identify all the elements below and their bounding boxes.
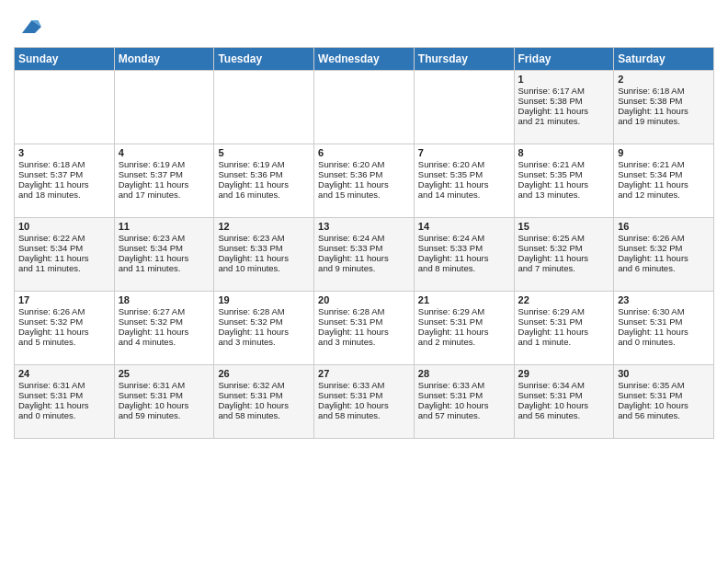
day-info: Daylight: 11 hours: [618, 253, 710, 263]
calendar-cell: 24Sunrise: 6:31 AMSunset: 5:31 PMDayligh…: [15, 365, 115, 439]
calendar-body: 1Sunrise: 6:17 AMSunset: 5:38 PMDaylight…: [15, 71, 714, 439]
day-number: 12: [218, 221, 310, 232]
day-info: Daylight: 11 hours: [418, 179, 510, 190]
day-info: and 14 minutes.: [418, 190, 510, 200]
calendar-cell: 16Sunrise: 6:26 AMSunset: 5:32 PMDayligh…: [614, 218, 714, 292]
week-row-3: 17Sunrise: 6:26 AMSunset: 5:32 PMDayligh…: [15, 292, 714, 365]
day-info: Sunrise: 6:18 AM: [618, 86, 710, 96]
day-number: 21: [418, 294, 510, 305]
day-info: Daylight: 11 hours: [218, 179, 310, 190]
day-number: 7: [418, 147, 510, 158]
header-day-monday: Monday: [114, 48, 214, 71]
day-info: and 0 minutes.: [18, 410, 110, 420]
day-info: Sunset: 5:38 PM: [518, 96, 610, 106]
day-info: Daylight: 11 hours: [218, 253, 310, 263]
day-info: Daylight: 11 hours: [618, 327, 710, 337]
day-info: and 16 minutes.: [218, 190, 310, 200]
day-number: 14: [418, 221, 510, 232]
day-info: Sunset: 5:31 PM: [618, 316, 710, 327]
day-info: Daylight: 11 hours: [119, 179, 210, 190]
calendar-cell: 5Sunrise: 6:19 AMSunset: 5:36 PMDaylight…: [214, 144, 314, 218]
day-info: and 11 minutes.: [119, 263, 210, 273]
header: [14, 9, 714, 40]
day-number: 27: [318, 368, 410, 379]
calendar-cell: 10Sunrise: 6:22 AMSunset: 5:34 PMDayligh…: [15, 218, 115, 292]
day-info: Sunset: 5:31 PM: [418, 390, 510, 400]
day-info: Daylight: 11 hours: [218, 327, 310, 337]
calendar-cell: 4Sunrise: 6:19 AMSunset: 5:37 PMDaylight…: [114, 144, 214, 218]
day-number: 26: [218, 368, 310, 379]
day-info: Sunset: 5:35 PM: [518, 169, 610, 179]
day-number: 10: [18, 221, 110, 232]
header-day-thursday: Thursday: [414, 48, 514, 71]
day-info: Daylight: 11 hours: [618, 179, 710, 190]
day-info: Sunrise: 6:25 AM: [518, 233, 610, 243]
day-info: and 1 minute.: [518, 337, 610, 347]
day-info: and 2 minutes.: [418, 337, 510, 347]
day-info: Sunset: 5:31 PM: [318, 390, 410, 400]
day-info: Daylight: 10 hours: [518, 400, 610, 410]
calendar-cell: 6Sunrise: 6:20 AMSunset: 5:36 PMDaylight…: [314, 144, 415, 218]
day-info: Sunrise: 6:30 AM: [618, 306, 710, 316]
day-info: Daylight: 11 hours: [518, 179, 610, 190]
week-row-0: 1Sunrise: 6:17 AMSunset: 5:38 PMDaylight…: [15, 71, 714, 144]
day-info: Sunset: 5:37 PM: [119, 169, 210, 179]
day-info: Daylight: 11 hours: [618, 106, 710, 116]
day-info: and 21 minutes.: [518, 116, 610, 126]
day-number: 15: [518, 221, 610, 232]
day-info: and 8 minutes.: [418, 263, 510, 273]
day-info: Sunrise: 6:18 AM: [18, 159, 110, 169]
calendar-cell: 8Sunrise: 6:21 AMSunset: 5:35 PMDaylight…: [514, 144, 614, 218]
day-info: Sunrise: 6:20 AM: [318, 159, 410, 169]
day-info: and 15 minutes.: [318, 190, 410, 200]
calendar-cell: 17Sunrise: 6:26 AMSunset: 5:32 PMDayligh…: [15, 292, 115, 365]
day-number: 8: [518, 147, 610, 158]
day-info: and 18 minutes.: [18, 190, 110, 200]
calendar-cell: 23Sunrise: 6:30 AMSunset: 5:31 PMDayligh…: [614, 292, 714, 365]
calendar-cell: 26Sunrise: 6:32 AMSunset: 5:31 PMDayligh…: [214, 365, 314, 439]
calendar-header: SundayMondayTuesdayWednesdayThursdayFrid…: [15, 48, 714, 71]
day-info: Sunrise: 6:33 AM: [318, 380, 410, 390]
day-info: Sunrise: 6:21 AM: [618, 159, 710, 169]
calendar-cell: [15, 71, 115, 144]
day-info: Sunset: 5:31 PM: [518, 316, 610, 327]
day-info: Sunrise: 6:33 AM: [418, 380, 510, 390]
day-info: Sunrise: 6:23 AM: [119, 233, 210, 243]
day-info: Sunrise: 6:31 AM: [119, 380, 210, 390]
day-info: and 6 minutes.: [618, 263, 710, 273]
week-row-1: 3Sunrise: 6:18 AMSunset: 5:37 PMDaylight…: [15, 144, 714, 218]
calendar-cell: 7Sunrise: 6:20 AMSunset: 5:35 PMDaylight…: [414, 144, 514, 218]
day-info: Sunrise: 6:19 AM: [218, 159, 310, 169]
day-info: Sunset: 5:31 PM: [418, 316, 510, 327]
day-number: 9: [618, 147, 710, 158]
calendar-cell: 28Sunrise: 6:33 AMSunset: 5:31 PMDayligh…: [414, 365, 514, 439]
calendar-cell: 25Sunrise: 6:31 AMSunset: 5:31 PMDayligh…: [114, 365, 214, 439]
day-info: Daylight: 10 hours: [618, 400, 710, 410]
day-info: Sunrise: 6:31 AM: [18, 380, 110, 390]
day-info: Sunrise: 6:21 AM: [518, 159, 610, 169]
calendar-cell: 15Sunrise: 6:25 AMSunset: 5:32 PMDayligh…: [514, 218, 614, 292]
day-info: and 3 minutes.: [218, 337, 310, 347]
day-info: Sunrise: 6:28 AM: [318, 306, 410, 316]
day-info: Sunrise: 6:24 AM: [418, 233, 510, 243]
day-info: Daylight: 11 hours: [418, 327, 510, 337]
day-info: Sunset: 5:31 PM: [318, 316, 410, 327]
day-info: Sunset: 5:36 PM: [218, 169, 310, 179]
day-number: 5: [218, 147, 310, 158]
day-number: 24: [18, 368, 110, 379]
day-info: Daylight: 11 hours: [518, 253, 610, 263]
day-info: Daylight: 11 hours: [418, 253, 510, 263]
day-number: 16: [618, 221, 710, 232]
day-number: 4: [119, 147, 210, 158]
calendar-cell: [214, 71, 314, 144]
day-info: and 56 minutes.: [618, 410, 710, 420]
day-info: and 56 minutes.: [518, 410, 610, 420]
day-number: 1: [518, 74, 610, 85]
week-row-2: 10Sunrise: 6:22 AMSunset: 5:34 PMDayligh…: [15, 218, 714, 292]
day-info: Sunrise: 6:34 AM: [518, 380, 610, 390]
calendar-cell: 11Sunrise: 6:23 AMSunset: 5:34 PMDayligh…: [114, 218, 214, 292]
logo: [14, 14, 41, 40]
day-info: Sunset: 5:34 PM: [618, 169, 710, 179]
day-info: Daylight: 11 hours: [318, 179, 410, 190]
calendar-cell: 9Sunrise: 6:21 AMSunset: 5:34 PMDaylight…: [614, 144, 714, 218]
